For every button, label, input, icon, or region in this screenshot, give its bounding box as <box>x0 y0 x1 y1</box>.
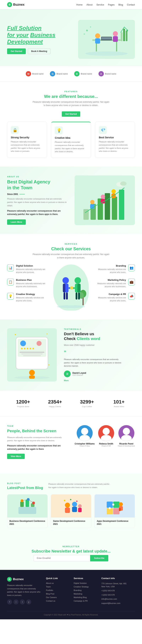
stat-label-2: Cup Coffee <box>74 406 100 408</box>
svg-text:🔒: 🔒 <box>12 128 18 132</box>
about-learn-more-button[interactable]: Learn More <box>7 220 26 225</box>
footer-link-portfolio[interactable]: Portfolio <box>46 589 68 591</box>
social-instagram-icon[interactable]: i <box>14 600 18 604</box>
team-member-0: Cristopher Williams Head of Idea <box>75 425 95 447</box>
social-facebook-icon[interactable]: f <box>7 600 12 604</box>
services-illustration <box>55 266 87 309</box>
footer-link-blog[interactable]: Blog Post <box>46 593 68 595</box>
testimonials-section: ★★★★★ ★ ★ ★ TESTIMONIALS Don't Believe u… <box>0 320 142 390</box>
footer-service-campaign[interactable]: Campaign & PR <box>74 600 96 602</box>
service-info-4: Marketing Policy Measures rationally rat… <box>92 279 126 288</box>
hero-section: Full Solution for your Business Developm… <box>0 9 142 66</box>
navbar: B Buznex Home About Service Pages Blog C… <box>0 0 142 9</box>
about-text: ABOUT US Best Digital Agency in the Town… <box>7 176 68 225</box>
hero-image <box>78 20 135 59</box>
svg-point-15 <box>86 30 88 32</box>
blog-card-img-1 <box>51 494 91 518</box>
svg-text:💡: 💡 <box>56 128 62 133</box>
author-info: David Loyed CEO Director <box>72 372 86 376</box>
svg-rect-51 <box>64 292 65 300</box>
footer-quick-links-col: Quick Link About us Team Portfolio Blog … <box>46 577 68 606</box>
blog-title-block: BLOG POST LatestPost from Blog <box>7 482 43 490</box>
svg-point-32 <box>101 194 105 199</box>
nav-pages[interactable]: Pages <box>108 3 114 6</box>
hero-buttons: Get Started Book A Meeting <box>7 48 56 54</box>
newsletter-title: Subscribe Newsletter & get latest update… <box>7 549 135 554</box>
nav-home[interactable]: Home <box>76 3 82 6</box>
nav-about[interactable]: About <box>86 3 92 6</box>
brand-logo-0: M <box>26 71 31 76</box>
svg-rect-75 <box>18 507 36 514</box>
footer-service-branding[interactable]: Branding <box>74 589 96 591</box>
blog-card-body-0: Business Development Conference 2021 <box>7 518 48 528</box>
newsletter-email-input[interactable] <box>34 555 90 561</box>
svg-point-43 <box>74 277 81 284</box>
svg-rect-28 <box>112 197 117 220</box>
footer-services-title: Services <box>74 577 96 580</box>
service-icon-branding: 👥 <box>128 264 135 271</box>
quote-icon: " <box>64 350 135 356</box>
footer-copyright: Copyright © 2022 Made with ❤ by PixelThe… <box>7 611 135 616</box>
svg-point-0 <box>85 52 128 56</box>
service-info-1: Business Plan Measures rationally extrem… <box>16 279 50 288</box>
blog-section: BLOG POST LatestPost from Blog Pleasure … <box>0 474 142 537</box>
svg-point-4 <box>95 33 100 38</box>
svg-point-95 <box>112 504 114 506</box>
service-item-3: 👥 Branding Measures rationally services … <box>92 264 135 274</box>
logo-icon: B <box>7 2 12 7</box>
svg-rect-76 <box>20 502 24 507</box>
hero-get-started-button[interactable]: Get Started <box>7 48 26 54</box>
blog-card-img-0 <box>7 494 48 518</box>
footer-link-team[interactable]: Team <box>46 586 68 588</box>
about-desc: Pleasure rationally encounter consequenc… <box>7 197 68 207</box>
feature-icon-2: 💎 <box>99 126 107 134</box>
svg-text:★: ★ <box>46 333 48 335</box>
social-twitter-icon[interactable]: t <box>20 600 25 604</box>
footer-link-contact[interactable]: Contact us <box>46 600 68 602</box>
footer-logo-icon: B <box>7 577 12 582</box>
service-info-2: Creative Strategy Measures rationally se… <box>16 293 50 302</box>
testimonials-illustration: ★★★★★ ★ ★ ★ <box>11 330 53 380</box>
blog-card-0[interactable]: Business Development Conference 2021 <box>7 494 48 528</box>
hero-book-meeting-button[interactable]: Book A Meeting <box>28 48 50 54</box>
footer-service-marketing[interactable]: Marketing <box>74 593 96 595</box>
svg-point-73 <box>123 428 130 435</box>
footer-link-careers[interactable]: Our Careers <box>46 596 68 598</box>
blog-card-2[interactable]: Apps Development Conference 2021 <box>94 494 135 528</box>
blog-card-title-2: Apps Development Conference 2021 <box>97 520 132 526</box>
hero-illustration <box>82 22 131 57</box>
svg-rect-94 <box>113 508 120 514</box>
features-get-started-button[interactable]: Get Started <box>62 112 80 117</box>
stat-number-1: 2354+ <box>42 399 68 405</box>
social-youtube-icon[interactable]: y <box>26 600 31 604</box>
blog-label: BLOG POST <box>7 482 43 484</box>
svg-rect-11 <box>121 32 122 41</box>
logo-text: Buznex <box>13 3 24 6</box>
nav-service[interactable]: Service <box>96 3 104 6</box>
stat-number-3: 101+ <box>106 399 132 405</box>
brand-item-1: G Brand name <box>50 71 68 76</box>
svg-rect-89 <box>70 499 72 500</box>
testimonials-more-link[interactable]: More <box>64 380 135 382</box>
team-view-more-button[interactable]: View More <box>7 454 25 459</box>
features-grid: 🔒 Strong Security Pleasure rationally en… <box>7 122 135 158</box>
team-top: TEAM People, Behind the Screen Pleasure … <box>7 425 135 459</box>
team-member-role-1: Head of HR <box>98 445 114 447</box>
newsletter-section: NEWSLETTER Subscribe Newsletter & get la… <box>0 537 142 570</box>
nav-logo[interactable]: B Buznex <box>7 2 24 7</box>
service-icon-creative: 💡 <box>7 293 14 300</box>
services-label: SERVICES <box>7 243 135 245</box>
team-member-name-2: Ricardo Pavel <box>118 442 135 445</box>
footer-service-blog[interactable]: Marketing Blog <box>74 596 96 598</box>
footer-link-about[interactable]: About us <box>46 582 68 584</box>
testimonials-text: TESTIMONIALS Don't Believe usCheck Clien… <box>64 328 135 382</box>
blog-card-1[interactable]: Game Development Conference 2021 <box>51 494 91 528</box>
footer-service-creative[interactable]: Creative Strategy <box>74 586 96 588</box>
newsletter-subscribe-button[interactable]: Subscribe <box>90 555 108 561</box>
nav-contact[interactable]: Contact <box>127 3 135 6</box>
svg-point-82 <box>65 503 70 508</box>
nav-blog[interactable]: Blog <box>118 3 123 6</box>
svg-rect-88 <box>64 500 66 502</box>
footer-service-digital[interactable]: Digital Solution <box>74 582 96 584</box>
newsletter-label: NEWSLETTER <box>7 546 135 548</box>
